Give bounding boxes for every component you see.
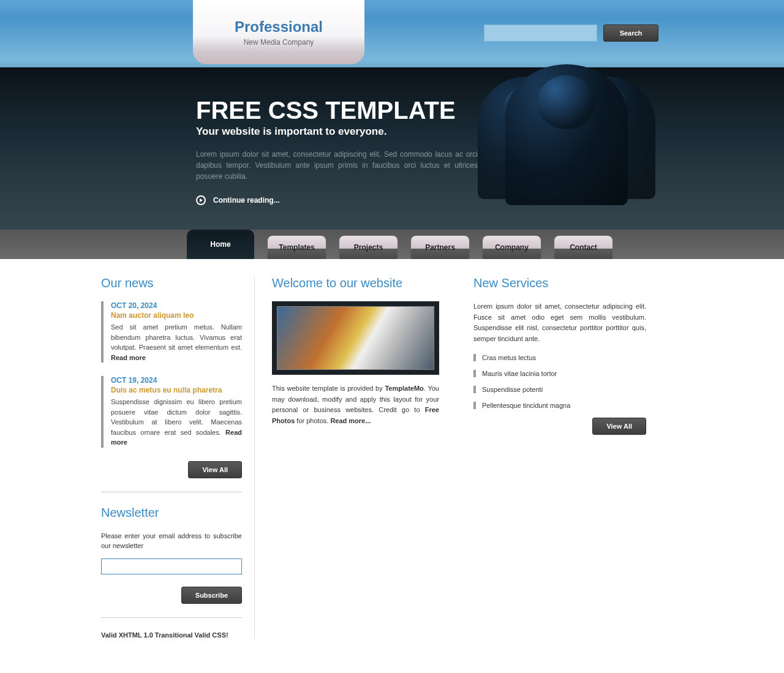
divider: [101, 492, 242, 492]
news-date: OCT 19, 2024: [111, 376, 242, 385]
services-heading: New Services: [473, 276, 646, 290]
service-item[interactable]: Mauris vitae lacinia tortor: [473, 370, 646, 377]
welcome-body: This website template is provided by Tem…: [272, 383, 439, 426]
our-news-heading: Our news: [101, 276, 242, 290]
view-all-services-button[interactable]: View All: [592, 418, 646, 435]
view-all-news-button[interactable]: View All: [188, 461, 242, 478]
logo-title: Professional: [193, 18, 364, 36]
newsletter-email-input[interactable]: [101, 558, 242, 574]
continue-reading-label: Continue reading...: [213, 196, 280, 205]
read-more-link[interactable]: Read more: [111, 354, 146, 361]
service-item[interactable]: Cras metus lectus: [473, 354, 646, 361]
search-button[interactable]: Search: [603, 24, 658, 42]
nav-tab-contact[interactable]: Contact: [554, 236, 612, 259]
search-input[interactable]: [484, 24, 597, 42]
divider: [101, 617, 242, 618]
hero-people-graphic: [478, 52, 655, 211]
newsletter-text: Please enter your email address to subsc…: [101, 531, 242, 551]
news-item: OCT 19, 2024 Duis ac metus eu nulla phar…: [101, 376, 242, 448]
logo-subtitle: New Media Company: [193, 38, 364, 47]
services-body: Lorem ipsum dolor sit amet, consectetur …: [473, 301, 646, 344]
news-title[interactable]: Nam auctor aliquam leo: [111, 311, 242, 320]
welcome-heading: Welcome to our website: [272, 276, 439, 290]
subscribe-button[interactable]: Subscribe: [181, 587, 242, 604]
logo-panel: Professional New Media Company: [193, 0, 364, 64]
arrow-right-circle-icon: [196, 195, 206, 205]
nav-tab-partners[interactable]: Partners: [411, 236, 469, 259]
nav-tab-templates[interactable]: Templates: [268, 236, 326, 259]
nav-tab-projects[interactable]: Projects: [339, 236, 398, 259]
main-nav: Home Templates Projects Partners Company…: [92, 230, 692, 259]
service-item[interactable]: Suspendisse potenti: [473, 386, 646, 393]
valid-badges[interactable]: Valid XHTML 1.0 Transitional Valid CSS!: [101, 631, 242, 639]
nav-tab-company[interactable]: Company: [483, 236, 541, 259]
hero-body-text: Lorem ipsum dolor sit amet, consectetur …: [196, 149, 478, 182]
welcome-image-frame: [272, 301, 439, 375]
news-title[interactable]: Duis ac metus eu nulla pharetra: [111, 386, 242, 394]
news-body: Sed sit amet pretium metus. Nullam biben…: [111, 322, 242, 363]
welcome-image: [277, 306, 434, 370]
news-body: Suspendisse dignissim eu libero pretium …: [111, 397, 242, 448]
nav-tab-home[interactable]: Home: [187, 230, 254, 259]
service-item[interactable]: Pellentesque tincidunt magna: [473, 402, 646, 409]
news-item: OCT 20, 2024 Nam auctor aliquam leo Sed …: [101, 301, 242, 363]
read-more-link[interactable]: Read more...: [330, 417, 371, 424]
templatemo-link[interactable]: TemplateMo: [385, 385, 423, 392]
newsletter-heading: Newsletter: [101, 506, 242, 520]
news-date: OCT 20, 2024: [111, 301, 242, 310]
